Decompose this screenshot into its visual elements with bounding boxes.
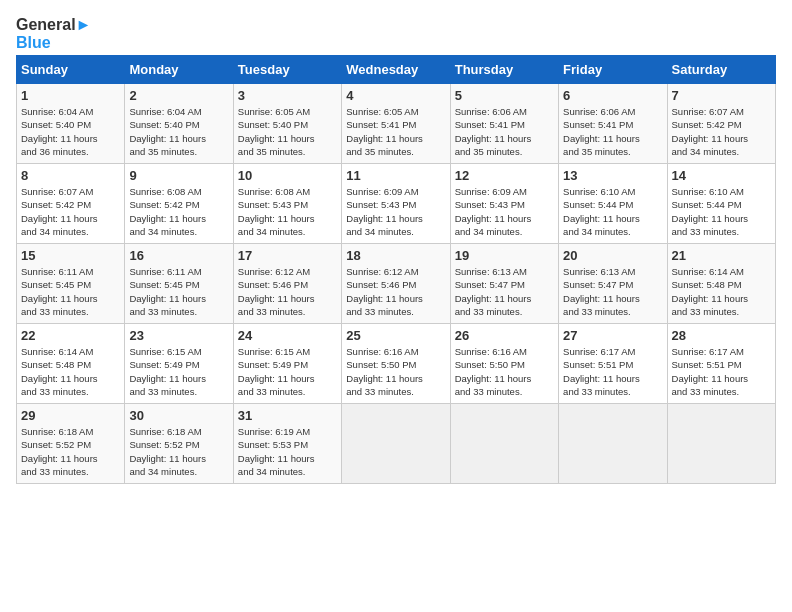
- calendar-cell: 18Sunrise: 6:12 AM Sunset: 5:46 PM Dayli…: [342, 244, 450, 324]
- day-info: Sunrise: 6:16 AM Sunset: 5:50 PM Dayligh…: [455, 345, 554, 398]
- day-header-monday: Monday: [125, 56, 233, 84]
- calendar-cell: 27Sunrise: 6:17 AM Sunset: 5:51 PM Dayli…: [559, 324, 667, 404]
- day-info: Sunrise: 6:11 AM Sunset: 5:45 PM Dayligh…: [129, 265, 228, 318]
- calendar-week-3: 15Sunrise: 6:11 AM Sunset: 5:45 PM Dayli…: [17, 244, 776, 324]
- calendar-table: SundayMondayTuesdayWednesdayThursdayFrid…: [16, 55, 776, 484]
- day-number: 19: [455, 248, 554, 263]
- calendar-week-4: 22Sunrise: 6:14 AM Sunset: 5:48 PM Dayli…: [17, 324, 776, 404]
- day-info: Sunrise: 6:18 AM Sunset: 5:52 PM Dayligh…: [21, 425, 120, 478]
- calendar-cell: 7Sunrise: 6:07 AM Sunset: 5:42 PM Daylig…: [667, 84, 775, 164]
- day-info: Sunrise: 6:04 AM Sunset: 5:40 PM Dayligh…: [129, 105, 228, 158]
- calendar-cell: 1Sunrise: 6:04 AM Sunset: 5:40 PM Daylig…: [17, 84, 125, 164]
- day-number: 21: [672, 248, 771, 263]
- calendar-cell: 29Sunrise: 6:18 AM Sunset: 5:52 PM Dayli…: [17, 404, 125, 484]
- day-number: 10: [238, 168, 337, 183]
- calendar-cell: 25Sunrise: 6:16 AM Sunset: 5:50 PM Dayli…: [342, 324, 450, 404]
- day-header-saturday: Saturday: [667, 56, 775, 84]
- calendar-cell: 3Sunrise: 6:05 AM Sunset: 5:40 PM Daylig…: [233, 84, 341, 164]
- day-number: 24: [238, 328, 337, 343]
- calendar-cell: 6Sunrise: 6:06 AM Sunset: 5:41 PM Daylig…: [559, 84, 667, 164]
- day-header-tuesday: Tuesday: [233, 56, 341, 84]
- day-number: 12: [455, 168, 554, 183]
- day-info: Sunrise: 6:07 AM Sunset: 5:42 PM Dayligh…: [672, 105, 771, 158]
- day-number: 11: [346, 168, 445, 183]
- day-info: Sunrise: 6:17 AM Sunset: 5:51 PM Dayligh…: [563, 345, 662, 398]
- page-header: General► Blue: [16, 16, 776, 51]
- day-info: Sunrise: 6:13 AM Sunset: 5:47 PM Dayligh…: [455, 265, 554, 318]
- day-info: Sunrise: 6:12 AM Sunset: 5:46 PM Dayligh…: [346, 265, 445, 318]
- day-info: Sunrise: 6:05 AM Sunset: 5:41 PM Dayligh…: [346, 105, 445, 158]
- day-number: 1: [21, 88, 120, 103]
- day-number: 4: [346, 88, 445, 103]
- calendar-cell: 26Sunrise: 6:16 AM Sunset: 5:50 PM Dayli…: [450, 324, 558, 404]
- day-info: Sunrise: 6:08 AM Sunset: 5:43 PM Dayligh…: [238, 185, 337, 238]
- calendar-cell: 16Sunrise: 6:11 AM Sunset: 5:45 PM Dayli…: [125, 244, 233, 324]
- logo-text-line2: Blue: [16, 34, 91, 52]
- day-info: Sunrise: 6:04 AM Sunset: 5:40 PM Dayligh…: [21, 105, 120, 158]
- day-info: Sunrise: 6:09 AM Sunset: 5:43 PM Dayligh…: [455, 185, 554, 238]
- calendar-cell: 9Sunrise: 6:08 AM Sunset: 5:42 PM Daylig…: [125, 164, 233, 244]
- calendar-cell: 31Sunrise: 6:19 AM Sunset: 5:53 PM Dayli…: [233, 404, 341, 484]
- day-info: Sunrise: 6:06 AM Sunset: 5:41 PM Dayligh…: [563, 105, 662, 158]
- day-info: Sunrise: 6:05 AM Sunset: 5:40 PM Dayligh…: [238, 105, 337, 158]
- day-info: Sunrise: 6:17 AM Sunset: 5:51 PM Dayligh…: [672, 345, 771, 398]
- day-info: Sunrise: 6:14 AM Sunset: 5:48 PM Dayligh…: [21, 345, 120, 398]
- day-number: 16: [129, 248, 228, 263]
- day-number: 22: [21, 328, 120, 343]
- day-info: Sunrise: 6:15 AM Sunset: 5:49 PM Dayligh…: [238, 345, 337, 398]
- day-info: Sunrise: 6:11 AM Sunset: 5:45 PM Dayligh…: [21, 265, 120, 318]
- day-number: 14: [672, 168, 771, 183]
- calendar-week-5: 29Sunrise: 6:18 AM Sunset: 5:52 PM Dayli…: [17, 404, 776, 484]
- day-number: 29: [21, 408, 120, 423]
- day-info: Sunrise: 6:13 AM Sunset: 5:47 PM Dayligh…: [563, 265, 662, 318]
- day-number: 7: [672, 88, 771, 103]
- calendar-cell: [667, 404, 775, 484]
- calendar-cell: 2Sunrise: 6:04 AM Sunset: 5:40 PM Daylig…: [125, 84, 233, 164]
- calendar-cell: 17Sunrise: 6:12 AM Sunset: 5:46 PM Dayli…: [233, 244, 341, 324]
- calendar-cell: 30Sunrise: 6:18 AM Sunset: 5:52 PM Dayli…: [125, 404, 233, 484]
- day-header-thursday: Thursday: [450, 56, 558, 84]
- day-number: 15: [21, 248, 120, 263]
- calendar-cell: 20Sunrise: 6:13 AM Sunset: 5:47 PM Dayli…: [559, 244, 667, 324]
- day-number: 13: [563, 168, 662, 183]
- day-info: Sunrise: 6:16 AM Sunset: 5:50 PM Dayligh…: [346, 345, 445, 398]
- day-header-sunday: Sunday: [17, 56, 125, 84]
- day-number: 25: [346, 328, 445, 343]
- calendar-cell: 5Sunrise: 6:06 AM Sunset: 5:41 PM Daylig…: [450, 84, 558, 164]
- day-header-friday: Friday: [559, 56, 667, 84]
- day-header-wednesday: Wednesday: [342, 56, 450, 84]
- day-info: Sunrise: 6:10 AM Sunset: 5:44 PM Dayligh…: [672, 185, 771, 238]
- calendar-cell: [450, 404, 558, 484]
- day-info: Sunrise: 6:18 AM Sunset: 5:52 PM Dayligh…: [129, 425, 228, 478]
- calendar-cell: 12Sunrise: 6:09 AM Sunset: 5:43 PM Dayli…: [450, 164, 558, 244]
- day-number: 3: [238, 88, 337, 103]
- day-info: Sunrise: 6:15 AM Sunset: 5:49 PM Dayligh…: [129, 345, 228, 398]
- logo-text-line1: General►: [16, 16, 91, 34]
- day-number: 6: [563, 88, 662, 103]
- day-number: 9: [129, 168, 228, 183]
- calendar-cell: 10Sunrise: 6:08 AM Sunset: 5:43 PM Dayli…: [233, 164, 341, 244]
- calendar-week-2: 8Sunrise: 6:07 AM Sunset: 5:42 PM Daylig…: [17, 164, 776, 244]
- day-info: Sunrise: 6:19 AM Sunset: 5:53 PM Dayligh…: [238, 425, 337, 478]
- calendar-cell: 28Sunrise: 6:17 AM Sunset: 5:51 PM Dayli…: [667, 324, 775, 404]
- day-number: 17: [238, 248, 337, 263]
- day-info: Sunrise: 6:12 AM Sunset: 5:46 PM Dayligh…: [238, 265, 337, 318]
- calendar-cell: 14Sunrise: 6:10 AM Sunset: 5:44 PM Dayli…: [667, 164, 775, 244]
- calendar-cell: 19Sunrise: 6:13 AM Sunset: 5:47 PM Dayli…: [450, 244, 558, 324]
- calendar-cell: 21Sunrise: 6:14 AM Sunset: 5:48 PM Dayli…: [667, 244, 775, 324]
- header-row: SundayMondayTuesdayWednesdayThursdayFrid…: [17, 56, 776, 84]
- day-number: 2: [129, 88, 228, 103]
- calendar-cell: 11Sunrise: 6:09 AM Sunset: 5:43 PM Dayli…: [342, 164, 450, 244]
- logo: General► Blue: [16, 16, 91, 51]
- day-info: Sunrise: 6:06 AM Sunset: 5:41 PM Dayligh…: [455, 105, 554, 158]
- day-number: 23: [129, 328, 228, 343]
- calendar-cell: 23Sunrise: 6:15 AM Sunset: 5:49 PM Dayli…: [125, 324, 233, 404]
- day-info: Sunrise: 6:07 AM Sunset: 5:42 PM Dayligh…: [21, 185, 120, 238]
- day-number: 20: [563, 248, 662, 263]
- day-info: Sunrise: 6:09 AM Sunset: 5:43 PM Dayligh…: [346, 185, 445, 238]
- calendar-cell: 24Sunrise: 6:15 AM Sunset: 5:49 PM Dayli…: [233, 324, 341, 404]
- day-number: 28: [672, 328, 771, 343]
- calendar-cell: 15Sunrise: 6:11 AM Sunset: 5:45 PM Dayli…: [17, 244, 125, 324]
- calendar-cell: 13Sunrise: 6:10 AM Sunset: 5:44 PM Dayli…: [559, 164, 667, 244]
- calendar-cell: [559, 404, 667, 484]
